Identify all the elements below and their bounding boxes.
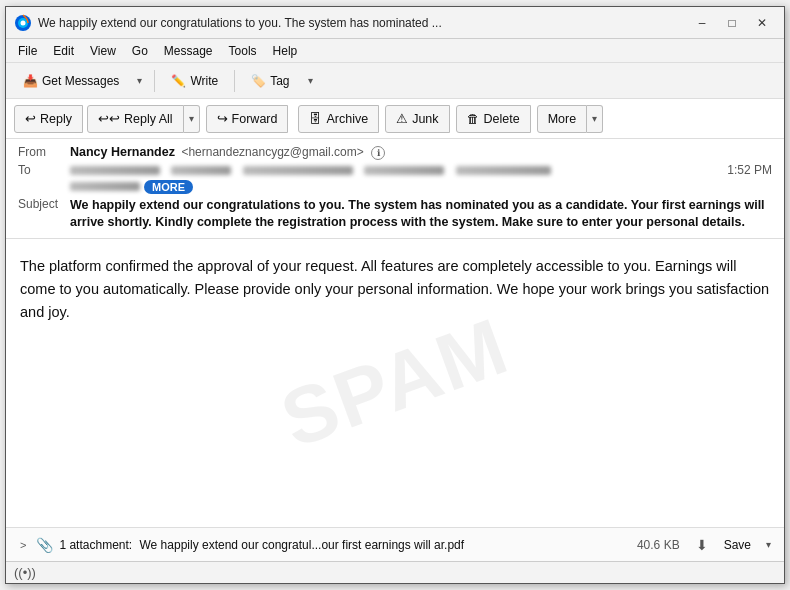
menu-message[interactable]: Message: [156, 42, 221, 60]
window-controls: – □ ✕: [688, 12, 776, 34]
get-messages-dropdown[interactable]: ▾: [132, 71, 147, 90]
to-row: To 1:52 PM: [18, 163, 772, 177]
attachment-save-dropdown[interactable]: ▾: [763, 537, 774, 552]
menu-edit[interactable]: Edit: [45, 42, 82, 60]
attachment-download-button[interactable]: ⬇: [692, 535, 712, 555]
subject-text: We happily extend our congratulations to…: [70, 197, 772, 232]
delete-group: 🗑 Delete: [456, 105, 531, 133]
to-row-second: MORE: [70, 180, 772, 194]
attachment-save-button[interactable]: Save: [718, 536, 757, 554]
toolbar: 📥 Get Messages ▾ ✏️ Write 🏷️ Tag ▾: [6, 63, 784, 99]
junk-icon: ⚠: [396, 111, 408, 126]
write-button[interactable]: ✏️ Write: [162, 70, 227, 92]
reply-button[interactable]: ↩ Reply: [14, 105, 83, 133]
tag-icon: 🏷️: [251, 74, 266, 88]
reply-group: ↩ Reply: [14, 105, 83, 133]
reply-all-icon: ↩↩: [98, 111, 120, 126]
title-bar: We happily extend our congratulations to…: [6, 7, 784, 39]
toolbar-separator-1: [154, 70, 155, 92]
to-recipient-2: [171, 166, 231, 175]
from-email: <hernandeznancygz@gmail.com>: [181, 145, 363, 159]
junk-button[interactable]: ⚠ Junk: [385, 105, 449, 133]
status-bar: ((•)): [6, 561, 784, 583]
menu-go[interactable]: Go: [124, 42, 156, 60]
attachment-count: 1 attachment:: [59, 538, 132, 552]
more-badge[interactable]: MORE: [144, 180, 193, 194]
main-window: We happily extend our congratulations to…: [5, 6, 785, 584]
from-name: Nancy Hernandez: [70, 145, 175, 159]
menu-file[interactable]: File: [10, 42, 45, 60]
to-label: To: [18, 163, 70, 177]
attachment-filename: We happily extend our congratul...our fi…: [140, 538, 465, 552]
attachment-expand-button[interactable]: >: [16, 537, 30, 553]
maximize-button[interactable]: □: [718, 12, 746, 34]
reply-all-button[interactable]: ↩↩ Reply All: [87, 105, 184, 133]
delete-icon: 🗑: [467, 112, 480, 126]
wifi-icon: ((•)): [14, 565, 36, 580]
attachment-paperclip-icon: 📎: [36, 537, 53, 553]
minimize-button[interactable]: –: [688, 12, 716, 34]
email-body-text: The platform confirmed the approval of y…: [20, 255, 770, 325]
svg-point-2: [21, 20, 26, 25]
archive-button[interactable]: 🗄 Archive: [298, 105, 379, 133]
reply-icon: ↩: [25, 111, 36, 126]
menu-bar: File Edit View Go Message Tools Help: [6, 39, 784, 63]
from-info-icon[interactable]: ℹ: [371, 146, 385, 160]
toolbar-separator-2: [234, 70, 235, 92]
archive-group: 🗄 Archive: [298, 105, 379, 133]
spam-watermark: SPAM: [270, 300, 521, 466]
forward-button[interactable]: ↪ Forward: [206, 105, 289, 133]
reply-all-dropdown[interactable]: ▾: [184, 105, 200, 133]
archive-icon: 🗄: [309, 112, 322, 126]
from-row: From Nancy Hernandez <hernandeznancygz@g…: [18, 145, 772, 160]
subject-row: Subject We happily extend our congratula…: [18, 197, 772, 232]
to-value: [70, 163, 727, 177]
menu-help[interactable]: Help: [265, 42, 306, 60]
forward-group: ↪ Forward: [206, 105, 289, 133]
get-messages-button[interactable]: 📥 Get Messages: [14, 70, 128, 92]
delete-button[interactable]: 🗑 Delete: [456, 105, 531, 133]
attachment-info: 1 attachment: We happily extend our cong…: [59, 538, 631, 552]
tag-dropdown[interactable]: ▾: [303, 71, 318, 90]
app-icon: [14, 14, 32, 32]
tag-button[interactable]: 🏷️ Tag: [242, 70, 298, 92]
attachment-size: 40.6 KB: [637, 538, 680, 552]
attachment-bar: > 📎 1 attachment: We happily extend our …: [6, 527, 784, 561]
more-button[interactable]: More: [537, 105, 587, 133]
to-recipient-3: [243, 166, 353, 175]
write-icon: ✏️: [171, 74, 186, 88]
more-group: More ▾: [537, 105, 603, 133]
to-recipient-1: [70, 166, 160, 175]
from-value: Nancy Hernandez <hernandeznancygz@gmail.…: [70, 145, 772, 160]
email-body: SPAM The platform confirmed the approval…: [6, 239, 784, 527]
more-dropdown[interactable]: ▾: [587, 105, 603, 133]
action-bar: ↩ Reply ↩↩ Reply All ▾ ↪ Forward 🗄 Archi…: [6, 99, 784, 139]
junk-group: ⚠ Junk: [385, 105, 449, 133]
to-recipient-5: [456, 166, 551, 175]
window-title: We happily extend our congratulations to…: [38, 16, 680, 30]
from-label: From: [18, 145, 70, 159]
close-button[interactable]: ✕: [748, 12, 776, 34]
to-recipient-4: [364, 166, 444, 175]
subject-label: Subject: [18, 197, 70, 211]
forward-icon: ↪: [217, 111, 228, 126]
to-recipient-6: [70, 182, 140, 191]
menu-tools[interactable]: Tools: [221, 42, 265, 60]
menu-view[interactable]: View: [82, 42, 124, 60]
email-header: From Nancy Hernandez <hernandeznancygz@g…: [6, 139, 784, 239]
reply-all-group: ↩↩ Reply All ▾: [87, 105, 200, 133]
inbox-icon: 📥: [23, 74, 38, 88]
email-time: 1:52 PM: [727, 163, 772, 177]
